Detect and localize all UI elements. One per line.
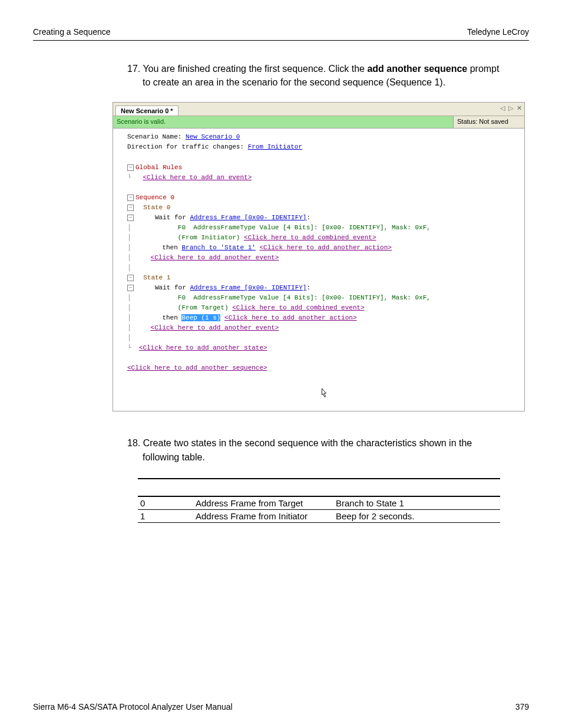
scenario-name-link[interactable]: New Scenario 0 <box>186 133 240 140</box>
step-18: 18. Create two states in the second sequ… <box>127 436 528 463</box>
tab-next-icon[interactable]: ▷ <box>508 104 513 112</box>
states-table: 0 Address Frame from Target Branch to St… <box>138 478 500 523</box>
f0-detail: F0 AddressFrameType Value [4 Bits]: [0x0… <box>178 294 431 301</box>
add-action-link[interactable]: <Click here to add another action> <box>259 244 391 251</box>
add-combined-event-link[interactable]: <Click here to add combined event> <box>232 304 364 311</box>
collapse-toggle-icon[interactable]: − <box>127 195 134 201</box>
add-another-sequence-link[interactable]: <Click here to add another sequence> <box>127 364 267 371</box>
beep-action[interactable]: Beep (1 s) <box>181 314 220 321</box>
tab-prev-icon[interactable]: ◁ <box>500 104 505 112</box>
state-1-label: State 1 <box>143 274 170 281</box>
from-target-label: (From Target) <box>178 304 229 311</box>
header-section: Creating a Sequence <box>33 27 111 37</box>
collapse-toggle-icon[interactable]: − <box>127 205 134 211</box>
branch-link[interactable]: Branch to 'State 1' <box>181 244 255 251</box>
collapse-toggle-icon[interactable]: − <box>127 215 134 221</box>
scenario-name-label: Scenario Name: <box>127 133 186 140</box>
step-bold: add another sequence <box>367 64 467 74</box>
add-action-link[interactable]: <Click here to add another action> <box>224 314 356 321</box>
step-text-1b: prompt <box>467 64 499 74</box>
global-rules-label: Global Rules <box>135 164 182 171</box>
collapse-toggle-icon[interactable]: − <box>127 275 134 281</box>
wait-for-label: Wait for <box>155 214 190 221</box>
state-condition: Address Frame from Target <box>193 496 333 510</box>
footer-title: Sierra M6-4 SAS/SATA Protocol Analyzer U… <box>33 702 233 711</box>
state-action: Beep for 2 seconds. <box>333 509 500 522</box>
table-row: 1 Address Frame from Initiator Beep for … <box>138 509 500 522</box>
colon: : <box>306 284 310 291</box>
step-17: 17. You are finished creating the first … <box>127 62 528 89</box>
f0-detail: F0 AddressFrameType Value [4 Bits]: [0x0… <box>178 224 431 231</box>
scenario-editor[interactable]: Scenario Name: New Scenario 0 Direction … <box>113 129 524 411</box>
wait-for-label: Wait for <box>155 284 190 291</box>
sequence-0-label: Sequence 0 <box>135 194 174 201</box>
then-label: then <box>162 314 181 321</box>
direction-label: Direction for traffic changes: <box>127 143 248 150</box>
states-table-wrap: 0 Address Frame from Target Branch to St… <box>138 478 500 523</box>
state-0-label: State 0 <box>143 204 170 211</box>
from-initiator-label: (From Initiator) <box>178 234 240 241</box>
then-label: then <box>162 244 181 251</box>
pointer-cursor-icon <box>319 387 329 400</box>
collapse-toggle-icon[interactable]: − <box>127 164 134 171</box>
step-text-1a: You are finished creating the first sequ… <box>143 64 367 74</box>
state-index: 0 <box>138 496 193 510</box>
state-action: Branch to State 1 <box>333 496 500 510</box>
add-combined-event-link[interactable]: <Click here to add combined event> <box>244 234 376 241</box>
address-frame-link[interactable]: Address Frame [0x00- IDENTIFY] <box>190 214 306 221</box>
address-frame-link[interactable]: Address Frame [0x00- IDENTIFY] <box>190 284 306 291</box>
page-header: Creating a Sequence Teledyne LeCroy <box>33 27 529 41</box>
step-text-2: to create an area in the scenario for th… <box>143 77 445 87</box>
step-number: 18. <box>127 438 140 448</box>
step-text-1: Create two states in the second sequence… <box>143 438 472 448</box>
add-another-event-link[interactable]: <Click here to add another event> <box>151 254 279 261</box>
page-number: 379 <box>515 702 529 711</box>
scenario-valid-status: Scenario is valid. <box>113 116 454 128</box>
save-status: Status: Not saved <box>454 116 524 128</box>
tab-bar: New Scenario 0 * ◁ ▷ ✕ <box>113 103 524 116</box>
table-row: 0 Address Frame from Target Branch to St… <box>138 496 500 510</box>
state-index: 1 <box>138 509 193 522</box>
page-footer: Sierra M6-4 SAS/SATA Protocol Analyzer U… <box>33 702 529 711</box>
collapse-toggle-icon[interactable]: − <box>127 285 134 291</box>
scenario-tab[interactable]: New Scenario 0 * <box>115 106 178 116</box>
table-header-row <box>138 479 500 496</box>
state-condition: Address Frame from Initiator <box>193 509 333 522</box>
add-event-link[interactable]: <Click here to add an event> <box>143 174 252 181</box>
screenshot: New Scenario 0 * ◁ ▷ ✕ Scenario is valid… <box>113 102 525 411</box>
add-another-state-link[interactable]: <Click here to add another state> <box>139 344 267 351</box>
colon: : <box>306 214 310 221</box>
direction-link[interactable]: From Initiator <box>248 143 302 150</box>
header-brand: Teledyne LeCroy <box>467 27 529 37</box>
step-text-2: following table. <box>143 452 205 462</box>
tab-close-icon[interactable]: ✕ <box>517 104 522 112</box>
step-number: 17. <box>127 64 140 74</box>
add-another-event-link[interactable]: <Click here to add another event> <box>151 324 279 331</box>
